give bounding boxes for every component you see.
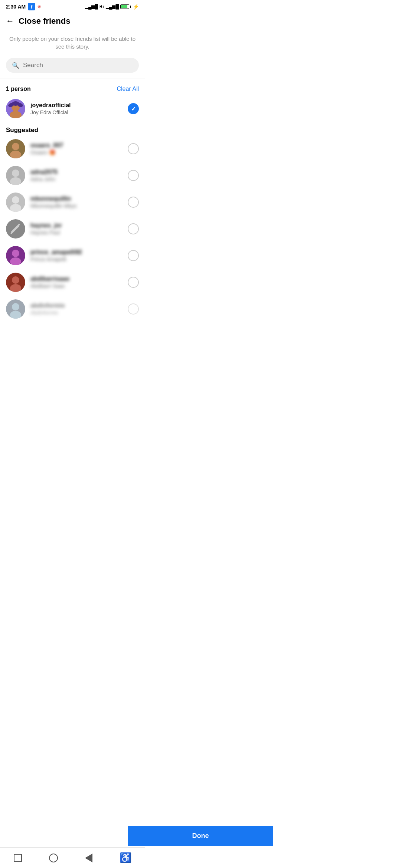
suggested-person-item[interactable]: mbonnequillin Mbonnequillin Mbyo [0,189,145,216]
svg-point-19 [12,250,19,257]
person-display-name: Prince Amapelli [30,256,128,262]
person-display-name: Abdinformio [30,310,128,316]
svg-point-13 [12,196,19,204]
clear-all-button[interactable]: Clear All [117,86,139,92]
suggested-person-item[interactable]: prince_amapelli92 Prince Amapelli [0,242,145,269]
svg-point-7 [12,143,19,150]
person-info: osaaro_007 Osaaro 🎁 [30,142,128,155]
suggested-person-item[interactable]: adna2075 Adna John [0,162,145,189]
person-info: haynes_jnr Haynes Paul [30,222,128,236]
person-username: prince_amapelli92 [30,249,128,256]
suggested-person-item[interactable]: osaaro_007 Osaaro 🎁 [0,135,145,162]
person-display-name: Haynes Paul [30,230,128,236]
person-info: prince_amapelli92 Prince Amapelli [30,249,128,262]
search-bar[interactable]: 🔍 [6,58,139,73]
selected-section-header: 1 person Clear All [0,82,145,95]
search-container: 🔍 [0,58,145,79]
checkbox-empty[interactable] [128,197,139,208]
svg-point-23 [10,284,21,292]
page-title: Close friends [19,16,70,26]
person-username: abdibarrisaao [30,276,128,282]
avatar [6,166,25,185]
suggested-label: Suggested [0,122,145,135]
checkbox-empty[interactable] [128,303,139,315]
dots-icon: ⁕ [37,3,42,10]
person-display-name: Mbonnequillin Mbyo [30,203,128,209]
person-info: abdibarrisaao Abdibarri Saao [30,276,128,289]
person-info: mbonnequillin Mbonnequillin Mbyo [30,195,128,209]
avatar [6,273,25,292]
person-display-name: Osaaro 🎁 [30,149,128,155]
back-button[interactable]: ← [6,16,14,26]
search-icon: 🔍 [12,62,19,69]
person-info: adna2075 Adna John [30,169,128,182]
checkbox-checked[interactable] [128,103,139,114]
svg-point-8 [10,151,21,158]
header: ← Close friends [0,12,145,29]
selected-count: 1 person [6,86,31,92]
svg-point-14 [10,204,21,212]
avatar [6,139,25,158]
status-bar: 2:30 AM f ⁕ ▂▄▆█ H+ ▂▄▆█ ⚡ [0,0,145,12]
person-username: osaaro_007 [30,142,128,149]
svg-point-10 [12,170,19,177]
person-display-name: Abdibarri Saao [30,283,128,289]
person-username: joyedraofficial [30,102,128,109]
status-right-icons: ▂▄▆█ H+ ▂▄▆█ ⚡ [85,4,139,10]
checkbox-empty[interactable] [128,143,139,154]
status-time: 2:30 AM [6,4,26,10]
avatar [6,99,25,118]
selected-person-item[interactable]: joyedraofficial Joy Edra Official [0,95,145,122]
person-display-name: Adna John [30,176,128,182]
checkbox-empty[interactable] [128,170,139,181]
person-info: abdinformio Abdinformio [30,302,128,316]
avatar [6,246,25,265]
checkbox-empty[interactable] [128,250,139,261]
battery-icon [120,4,131,9]
facebook-icon: f [28,3,35,10]
person-username: haynes_jnr [30,222,128,229]
person-username: mbonnequillin [30,195,128,202]
signal-icon: ▂▄▆█ [85,4,98,9]
suggested-person-item[interactable]: abdibarrisaao Abdibarri Saao [0,269,145,296]
search-input[interactable] [23,62,133,69]
hplus-icon: H+ [100,5,104,9]
person-display-name: Joy Edra Official [30,109,128,115]
divider [0,79,145,79]
checkbox-empty[interactable] [128,277,139,288]
charging-icon: ⚡ [133,4,139,10]
app-icons: f ⁕ [28,3,42,10]
subtitle-text: Only people on your close friends list w… [0,29,145,58]
avatar [6,299,25,319]
svg-point-11 [10,177,21,185]
svg-point-20 [10,257,21,265]
avatar [6,219,25,239]
svg-point-25 [12,303,19,310]
signal2-icon: ▂▄▆█ [106,4,119,9]
checkbox-empty[interactable] [128,223,139,234]
suggested-person-item[interactable]: abdinformio Abdinformio [0,296,145,322]
svg-point-26 [10,311,21,319]
scroll-area: 1 person Clear All joyedraofficial Joy E… [0,82,145,371]
person-info: joyedraofficial Joy Edra Official [30,102,128,115]
suggested-person-item[interactable]: haynes_jnr Haynes Paul [0,216,145,242]
person-username: abdinformio [30,302,128,309]
person-username: adna2075 [30,169,128,175]
avatar [6,193,25,212]
svg-point-22 [12,276,19,284]
